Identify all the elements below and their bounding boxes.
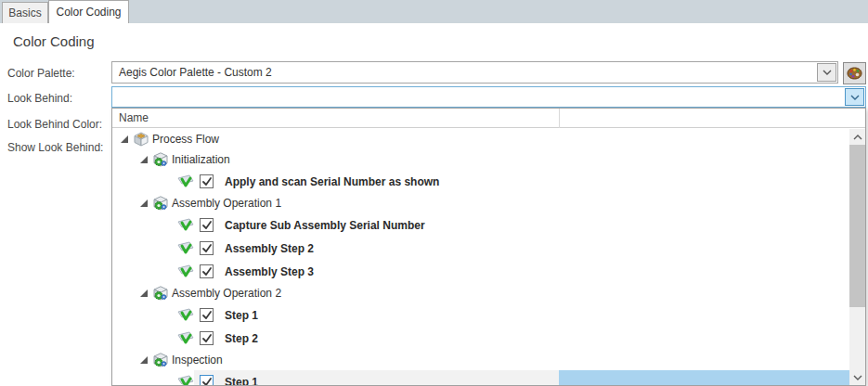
operation-icon <box>153 196 169 211</box>
tree-row-label: Capture Sub Assembly Serial Number <box>225 219 425 232</box>
look-behind-dropdown-panel: Name Process Flow Initializatio <box>111 108 866 386</box>
expander-icon[interactable] <box>120 135 129 144</box>
process-flow-tree: Process Flow Initialization <box>112 129 849 385</box>
operation-icon <box>153 286 169 301</box>
tree-row-label: Initialization <box>172 153 230 166</box>
scroll-thumb[interactable] <box>849 145 865 307</box>
tab-color-coding[interactable]: Color Coding <box>48 0 129 23</box>
tree-row[interactable]: Assembly Step 2 <box>112 237 849 260</box>
name-column-header[interactable]: Name <box>119 111 149 124</box>
show-look-behind-label: Show Look Behind: <box>7 141 103 154</box>
operation-icon <box>153 353 169 367</box>
tab-basics[interactable]: Basics <box>2 2 48 23</box>
tree-row[interactable]: Assembly Step 3 <box>112 260 849 283</box>
step-checkbox[interactable] <box>200 174 214 188</box>
tree-row[interactable]: Step 2 <box>112 327 849 350</box>
scroll-up-button[interactable] <box>849 129 865 145</box>
color-palette-value: Aegis Color Palette - Custom 2 <box>119 66 272 79</box>
tree-row-label: Apply and scan Serial Number as shown <box>225 175 439 188</box>
chevron-down-icon[interactable] <box>845 88 864 106</box>
step-icon <box>177 331 194 345</box>
look-behind-color-label: Look Behind Color: <box>7 118 102 131</box>
expander-icon[interactable] <box>139 355 149 365</box>
expander-icon[interactable] <box>139 199 149 208</box>
tree-row-label: Assembly Step 3 <box>225 265 314 278</box>
tree-row[interactable]: Apply and scan Serial Number as shown <box>112 170 849 193</box>
step-checkbox[interactable] <box>200 308 214 322</box>
palette-icon <box>847 67 862 80</box>
tree-row-label: Assembly Operation 1 <box>172 197 281 210</box>
tree-row-label: Assembly Operation 2 <box>172 287 281 300</box>
tree-row[interactable]: Capture Sub Assembly Serial Number <box>112 213 849 237</box>
step-checkbox[interactable] <box>200 218 214 232</box>
selected-row-extra-cell <box>559 370 849 385</box>
step-checkbox[interactable] <box>200 264 214 278</box>
color-palette-combobox[interactable]: Aegis Color Palette - Custom 2 <box>111 61 838 84</box>
page-title: Color Coding <box>13 33 95 49</box>
scrollbar[interactable] <box>849 129 865 385</box>
tree-row[interactable]: Assembly Operation 2 <box>112 283 849 303</box>
tree-row-label: Step 2 <box>225 332 258 345</box>
step-checkbox[interactable] <box>200 331 214 345</box>
step-icon <box>177 218 194 232</box>
step-icon <box>177 375 194 385</box>
process-flow-icon <box>134 132 149 147</box>
step-icon <box>177 264 194 278</box>
tree-row-label: Step 1 <box>225 376 258 386</box>
operation-icon <box>153 152 169 167</box>
step-icon <box>177 174 194 188</box>
look-behind-combobox[interactable] <box>111 86 866 108</box>
tree-row[interactable]: Process Flow <box>112 129 849 149</box>
step-icon <box>177 308 194 322</box>
chevron-down-icon[interactable] <box>817 63 836 82</box>
expander-icon[interactable] <box>139 155 149 164</box>
tree-row-label: Process Flow <box>152 133 219 146</box>
tree-row[interactable]: Initialization <box>112 149 849 170</box>
scroll-down-button[interactable] <box>849 369 865 385</box>
tree-row[interactable]: Step 1 <box>112 370 849 385</box>
tab-strip: Basics Color Coding <box>0 0 868 23</box>
palette-picker-button[interactable] <box>843 62 866 84</box>
column-divider[interactable] <box>559 109 560 128</box>
tree-row-label: Assembly Step 2 <box>225 242 314 255</box>
step-checkbox[interactable] <box>200 375 214 385</box>
tree-row[interactable]: Inspection <box>112 350 849 370</box>
step-icon <box>177 241 194 255</box>
look-behind-label: Look Behind: <box>7 92 72 105</box>
step-checkbox[interactable] <box>200 241 214 255</box>
tree-row[interactable]: Assembly Operation 1 <box>112 193 849 213</box>
tree-row-label: Inspection <box>172 354 223 367</box>
expander-icon[interactable] <box>139 289 149 298</box>
tree-row[interactable]: Step 1 <box>112 303 849 327</box>
tree-column-header[interactable]: Name <box>112 109 865 128</box>
tree-row-label: Step 1 <box>225 309 258 322</box>
color-palette-label: Color Palette: <box>7 67 75 80</box>
